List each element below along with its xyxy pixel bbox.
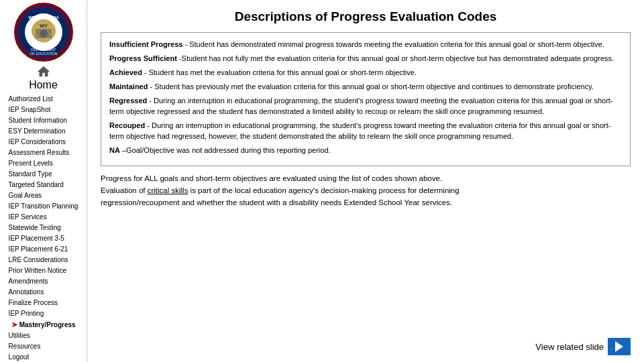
sidebar-item[interactable]: Prior Written Notice bbox=[5, 265, 83, 276]
sidebar-item-label: Utilities bbox=[9, 332, 30, 339]
sidebar-item[interactable]: LRE Considerations bbox=[5, 255, 83, 265]
wv-logo: WEST VIRGINIA DEPARTMENT OF EDUCATION WV bbox=[14, 3, 73, 62]
desc-item: Insufficient Progress - Student has demo… bbox=[109, 40, 622, 50]
sidebar-item[interactable]: ESY Determination bbox=[5, 126, 83, 137]
sidebar-item-label: IEP Transition Planning bbox=[9, 202, 78, 210]
main-content: Descriptions of Progress Evaluation Code… bbox=[87, 0, 644, 362]
sidebar-item-label: ESY Determination bbox=[9, 127, 66, 135]
sidebar-item-label: Mastery/Progress bbox=[19, 321, 76, 328]
sidebar: WEST VIRGINIA DEPARTMENT OF EDUCATION WV… bbox=[0, 0, 87, 362]
sidebar-item-label: IEP SnapShot bbox=[9, 106, 51, 113]
svg-text:WV: WV bbox=[40, 23, 48, 28]
desc-item: Progress Sufficient -Student has not ful… bbox=[109, 54, 622, 64]
sidebar-item-label: Prior Written Notice bbox=[9, 267, 67, 274]
sidebar-item-label: Authorized List bbox=[9, 95, 53, 103]
view-related-row: View related slide bbox=[101, 338, 631, 355]
desc-label: Regressed bbox=[109, 97, 147, 105]
desc-label: Maintained bbox=[109, 82, 148, 90]
sidebar-item[interactable]: Authorized List bbox=[5, 94, 83, 105]
sidebar-item-label: IEP Services bbox=[9, 213, 47, 221]
home-button[interactable]: Home bbox=[29, 64, 58, 91]
sidebar-item-label: Present Levels bbox=[9, 160, 53, 167]
page-title: Descriptions of Progress Evaluation Code… bbox=[101, 9, 631, 24]
desc-label: Recouped bbox=[109, 121, 145, 129]
sidebar-item-label: Targeted Standard bbox=[9, 181, 64, 188]
sidebar-item[interactable]: Finalize Process bbox=[5, 298, 83, 308]
sidebar-item[interactable]: Statewide Testing bbox=[5, 223, 83, 233]
nav-list: Authorized ListIEP SnapShotStudent Infor… bbox=[5, 94, 83, 362]
sidebar-item[interactable]: Assessment Results bbox=[5, 147, 83, 158]
view-related-label: View related slide bbox=[535, 342, 604, 352]
svg-point-9 bbox=[40, 29, 48, 38]
footer-line1: Progress for ALL goals and short-term ob… bbox=[101, 173, 631, 185]
arrow-icon: ➤ bbox=[9, 320, 19, 328]
sidebar-item-label: IEP Placement 6-21 bbox=[9, 245, 68, 253]
sidebar-item-label: Assessment Results bbox=[9, 149, 70, 156]
sidebar-item-label: IEP Considerations bbox=[9, 138, 66, 145]
footer-line3: regression/recoupment and whether the st… bbox=[101, 197, 631, 209]
sidebar-item[interactable]: IEP Services bbox=[5, 212, 83, 223]
desc-item: Maintained - Student has previously met … bbox=[109, 82, 622, 93]
desc-label: Progress Sufficient bbox=[109, 54, 177, 62]
critical-skills-text: critical skills bbox=[148, 186, 189, 194]
sidebar-item-label: IEP Printing bbox=[9, 310, 44, 317]
sidebar-item[interactable]: Student Information bbox=[5, 115, 83, 126]
sidebar-item-label: Resources bbox=[9, 343, 41, 350]
home-label: Home bbox=[29, 79, 58, 91]
footer-text: Progress for ALL goals and short-term ob… bbox=[101, 173, 631, 208]
desc-label: Achieved bbox=[109, 68, 142, 76]
sidebar-item[interactable]: IEP SnapShot bbox=[5, 105, 83, 115]
sidebar-item-label: Student Information bbox=[9, 117, 67, 124]
sidebar-item-label: Standard Type bbox=[9, 170, 52, 178]
sidebar-item[interactable]: Resources bbox=[5, 341, 83, 352]
play-icon bbox=[608, 338, 631, 355]
desc-item: Regressed - During an interruption in ed… bbox=[109, 96, 622, 117]
descriptions-box: Insufficient Progress - Student has demo… bbox=[101, 32, 631, 166]
sidebar-item[interactable]: Logout bbox=[5, 352, 83, 362]
sidebar-item[interactable]: IEP Transition Planning bbox=[5, 201, 83, 212]
desc-item: Recouped - During an interruption in edu… bbox=[109, 121, 622, 142]
view-related-button[interactable]: View related slide bbox=[535, 338, 631, 355]
sidebar-item-label: Logout bbox=[9, 353, 30, 361]
sidebar-item[interactable]: IEP Printing bbox=[5, 308, 83, 319]
sidebar-item[interactable]: ➤ Mastery/Progress bbox=[5, 319, 83, 330]
sidebar-item[interactable]: Amendments bbox=[5, 276, 83, 287]
sidebar-item[interactable]: IEP Placement 3-5 bbox=[5, 233, 83, 244]
sidebar-item[interactable]: Utilities bbox=[5, 330, 83, 341]
sidebar-item-label: Amendments bbox=[9, 278, 48, 285]
desc-label: NA bbox=[109, 146, 120, 154]
sidebar-item-label: Annotations bbox=[9, 288, 44, 296]
sidebar-item[interactable]: Targeted Standard bbox=[5, 180, 83, 190]
sidebar-item[interactable]: Present Levels bbox=[5, 158, 83, 169]
sidebar-item[interactable]: Annotations bbox=[5, 287, 83, 298]
svg-text:WEST VIRGINIA: WEST VIRGINIA bbox=[28, 15, 59, 19]
sidebar-item-label: Statewide Testing bbox=[9, 224, 61, 231]
desc-item: Achieved - Student has met the evaluatio… bbox=[109, 68, 622, 78]
sidebar-item[interactable]: IEP Considerations bbox=[5, 137, 83, 147]
sidebar-item-label: Goal Areas bbox=[9, 192, 42, 199]
sidebar-item[interactable]: IEP Placement 6-21 bbox=[5, 244, 83, 255]
sidebar-item-label: Finalize Process bbox=[9, 299, 58, 306]
sidebar-item-label: IEP Placement 3-5 bbox=[9, 235, 64, 242]
footer-line2: Evaluation of critical skills is part of… bbox=[101, 185, 631, 197]
sidebar-item-label: LRE Considerations bbox=[9, 256, 68, 263]
svg-text:OF EDUCATION: OF EDUCATION bbox=[30, 52, 57, 56]
desc-label: Insufficient Progress bbox=[109, 40, 182, 48]
sidebar-item[interactable]: Standard Type bbox=[5, 169, 83, 180]
sidebar-item[interactable]: Goal Areas bbox=[5, 190, 83, 201]
desc-item: NA –Goal/Objective was not addressed dur… bbox=[109, 145, 622, 156]
